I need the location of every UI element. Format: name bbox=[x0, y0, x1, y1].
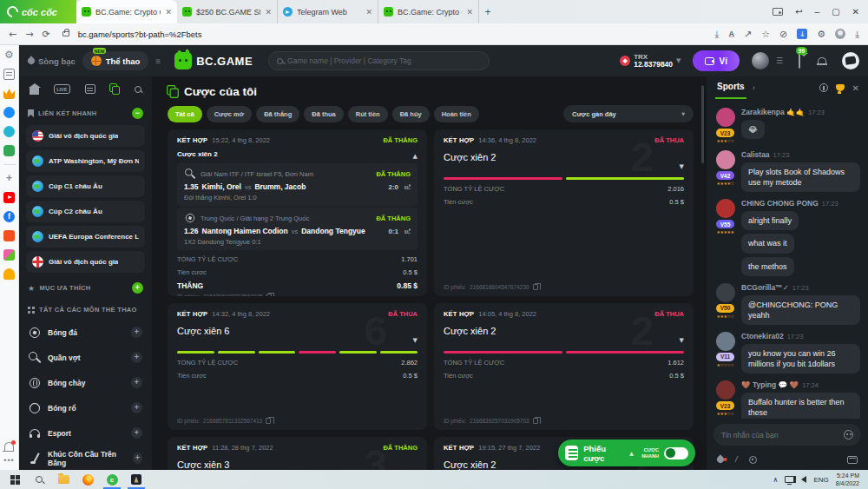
browser-tab[interactable]: $250 BC.GAME SPORTS PARL ✕ bbox=[177, 0, 278, 23]
quick-link-item[interactable]: Giải vô địch quốc gia bbox=[26, 251, 145, 273]
tab-close-icon[interactable]: ✕ bbox=[466, 8, 473, 17]
url-text[interactable]: bc.game/sports?bt-path=%2Fbets bbox=[78, 30, 707, 39]
bet-card-expanded[interactable]: KẾT HỢP 15:22, 4 thg 8, 2022 ĐÃ THẮNG Cư… bbox=[168, 129, 427, 296]
tray-chevron-icon[interactable]: ∧ bbox=[773, 476, 779, 484]
info-icon[interactable] bbox=[819, 83, 828, 92]
clock[interactable]: 5:24 PM 8/4/2022 bbox=[836, 472, 859, 487]
inbox-button[interactable]: 99 bbox=[799, 53, 800, 69]
notification-bell-icon[interactable] bbox=[4, 442, 14, 451]
start-button[interactable] bbox=[3, 470, 26, 489]
search-input[interactable] bbox=[287, 56, 481, 65]
window-close-button[interactable]: ✕ bbox=[852, 7, 859, 17]
copy-icon[interactable] bbox=[266, 294, 272, 296]
game-search[interactable] bbox=[268, 51, 490, 70]
cast-icon[interactable] bbox=[773, 8, 783, 16]
explore-icon[interactable] bbox=[749, 456, 757, 464]
browser-tab[interactable]: BC.Game: Crypto Casino Ga ✕ bbox=[76, 0, 177, 23]
sport-item[interactable]: Quần vợt + bbox=[26, 345, 145, 370]
game-client-icon[interactable] bbox=[125, 470, 148, 489]
language-indicator[interactable]: ENG bbox=[813, 476, 828, 484]
back-button[interactable]: ← bbox=[9, 29, 16, 40]
chevron-right-icon[interactable]: › bbox=[753, 83, 755, 92]
tab-close-icon[interactable]: ✕ bbox=[365, 8, 372, 17]
live-icon[interactable]: LIVE bbox=[54, 84, 70, 94]
filter-pill[interactable]: Cược mở bbox=[207, 106, 252, 122]
lamp-app-icon[interactable] bbox=[3, 268, 15, 280]
quick-link-item[interactable]: Cúp C2 châu Âu bbox=[26, 201, 145, 222]
filter-pill[interactable]: Đã thắng bbox=[256, 106, 299, 122]
stats-chart-icon[interactable] bbox=[404, 184, 411, 189]
profile-avatar-icon[interactable] bbox=[835, 29, 845, 39]
sport-add-button[interactable]: + bbox=[133, 453, 142, 464]
copy-icon[interactable] bbox=[533, 284, 538, 290]
stats-chart-icon[interactable] bbox=[404, 228, 411, 234]
emoji-icon[interactable] bbox=[844, 430, 853, 439]
casino-nav[interactable]: Sòng bạc bbox=[28, 56, 76, 66]
download-manager-icon[interactable]: ↓ bbox=[797, 29, 807, 39]
bet-card[interactable]: KẾT HỢP 11:28, 28 thg 7, 2022 ĐÃ THẮNG 3… bbox=[168, 437, 427, 470]
coccoc-logo[interactable]: cốc cốc bbox=[0, 0, 76, 23]
chat-input[interactable] bbox=[721, 431, 844, 439]
quick-link-item[interactable]: Cúp C1 châu Âu bbox=[26, 175, 145, 197]
bird-app-icon[interactable] bbox=[3, 126, 15, 137]
sport-item[interactable]: Esport + bbox=[26, 420, 145, 446]
sidebar-search-icon[interactable] bbox=[135, 86, 141, 93]
site-bell-icon[interactable] bbox=[818, 57, 826, 65]
trophy-icon[interactable] bbox=[836, 84, 845, 91]
sort-dropdown[interactable]: Cược gần đây ▼ bbox=[563, 105, 694, 122]
translate-icon[interactable]: A̲ bbox=[728, 30, 734, 38]
sport-item[interactable]: Bóng chày + bbox=[26, 370, 145, 395]
adblock-shield-icon[interactable]: ⊘ bbox=[779, 29, 787, 40]
filter-pill[interactable]: Hoàn tiền bbox=[434, 106, 479, 122]
filter-pill[interactable]: Rút tiền bbox=[348, 106, 388, 122]
user-avatar[interactable] bbox=[752, 52, 769, 69]
bet-card[interactable]: KẾT HỢP 14:32, 4 thg 8, 2022 ĐÃ THUA 6 C… bbox=[168, 303, 427, 430]
tab-close-icon[interactable]: ✕ bbox=[165, 8, 172, 17]
commands-icon[interactable]: / bbox=[735, 455, 738, 464]
collapse-menu-icon[interactable]: ≡ bbox=[155, 56, 161, 66]
sport-item[interactable]: Bóng đá + bbox=[26, 320, 145, 345]
file-explorer-icon[interactable] bbox=[52, 470, 75, 489]
tab-sports[interactable]: Sports bbox=[715, 76, 746, 99]
collapse-caret-icon[interactable]: ▲ bbox=[413, 153, 418, 160]
quick-links-collapse-button[interactable]: − bbox=[132, 108, 143, 119]
taskbar-search[interactable] bbox=[28, 470, 50, 489]
sport-item[interactable]: Bóng rổ + bbox=[26, 395, 145, 420]
wallet-button[interactable]: Ví bbox=[693, 50, 739, 71]
more-options-icon[interactable]: ••• bbox=[3, 456, 14, 465]
extensions-icon[interactable]: ⚙ bbox=[817, 29, 825, 40]
sports-nav[interactable]: NEW Thể thao bbox=[82, 51, 149, 70]
quick-link-item[interactable]: UEFA Europa Conference League bbox=[26, 226, 145, 248]
firefox-icon[interactable] bbox=[76, 470, 99, 489]
lock-icon[interactable] bbox=[62, 31, 69, 36]
browser-tab[interactable]: BC.Game: Crypto Casino Ga ✕ bbox=[378, 0, 479, 23]
sport-add-button[interactable]: + bbox=[131, 377, 142, 388]
sport-item[interactable]: Khúc Côn Cầu Trên Băng + bbox=[26, 446, 145, 470]
favorites-add-button[interactable]: + bbox=[132, 282, 143, 294]
browser-tab[interactable]: Telegram Web ✕ bbox=[278, 0, 378, 23]
reload-button[interactable]: ⟳ bbox=[42, 29, 49, 40]
reading-list-icon[interactable] bbox=[3, 69, 15, 80]
messenger-icon[interactable] bbox=[3, 107, 15, 118]
add-shortcut-icon[interactable]: + bbox=[3, 173, 15, 184]
settings-gear-icon[interactable]: ⚙ bbox=[3, 50, 15, 61]
downloads-icon[interactable]: ⤓ bbox=[855, 29, 859, 40]
youtube-icon[interactable] bbox=[3, 192, 15, 203]
bet-card[interactable]: KẾT HỢP 14:36, 4 thg 8, 2022 ĐÃ THUA 2 C… bbox=[434, 129, 694, 296]
betslip-button[interactable]: Phiếu cược ▲ CƯỢC NHANH bbox=[558, 439, 695, 466]
schedule-icon[interactable] bbox=[85, 84, 95, 94]
sport-add-button[interactable]: + bbox=[131, 352, 142, 363]
main-scrollbar[interactable] bbox=[701, 85, 704, 163]
expand-caret-icon[interactable]: ▼ bbox=[680, 163, 684, 170]
chat-rules-icon[interactable] bbox=[847, 456, 858, 464]
quick-link-item[interactable]: Giải vô địch quốc gia bbox=[26, 125, 145, 147]
share-icon[interactable]: ↗ bbox=[744, 29, 752, 40]
tab-close-icon[interactable]: ✕ bbox=[265, 8, 272, 17]
close-icon[interactable]: ✕ bbox=[852, 83, 859, 93]
minimize-button[interactable]: – bbox=[815, 7, 820, 17]
crown-icon[interactable] bbox=[3, 88, 15, 99]
rain-icon[interactable] bbox=[715, 454, 725, 464]
new-tab-button[interactable]: + bbox=[479, 0, 496, 23]
expand-caret-icon[interactable]: ▼ bbox=[413, 337, 418, 344]
shopping-app-icon[interactable] bbox=[3, 230, 15, 241]
